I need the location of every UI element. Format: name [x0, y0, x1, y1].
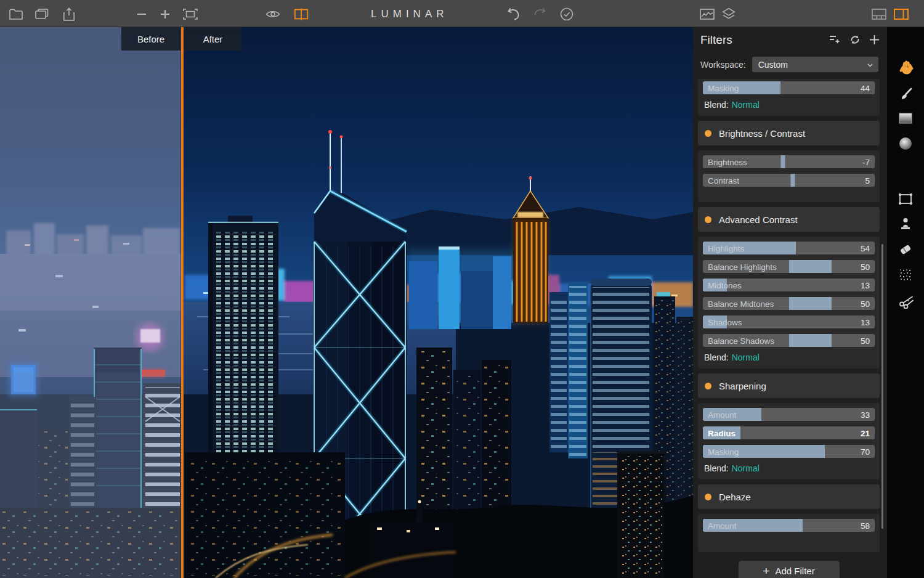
layers-icon[interactable] [721, 6, 737, 22]
filter-section-body: Highlights54Balance Highlights50Midtones… [698, 237, 880, 368]
zoom-in-icon[interactable] [157, 6, 173, 22]
slider-amount[interactable]: Amount33 [703, 408, 875, 421]
filter-section-body: Amount33Radius21Masking70Blend:Normal [698, 403, 880, 479]
add-filter-label: Add Filter [775, 566, 814, 576]
blend-label: Blend: [704, 100, 729, 110]
filters-panel: Filters Workspace: Custom Masking44Blend… [693, 27, 887, 578]
slider-radius[interactable]: Radius21 [703, 426, 875, 439]
blend-value: Normal [732, 100, 760, 110]
panel-scrollbar[interactable] [881, 244, 883, 529]
side-panel-icon[interactable] [893, 6, 909, 22]
blend-label: Blend: [704, 352, 729, 362]
bottom-panel-icon[interactable] [871, 6, 887, 22]
eraser-tool-icon[interactable] [896, 240, 915, 259]
after-label: After [184, 27, 241, 51]
clone-stamp-tool-icon[interactable] [896, 215, 915, 234]
blend-row[interactable]: Blend:Normal [704, 352, 875, 362]
filter-section-header[interactable]: Sharpening [698, 373, 880, 398]
hand-tool-icon[interactable] [896, 58, 915, 76]
slider-midtones[interactable]: Midtones13 [703, 279, 875, 291]
slider-balance-shadows[interactable]: Balance Shadows50 [703, 334, 875, 347]
workspace-dropdown[interactable]: Custom [752, 57, 878, 72]
redo-icon[interactable] [532, 6, 548, 22]
slider-label: Masking [708, 83, 739, 92]
slider-label: Brightness [708, 157, 747, 166]
workspace-value: Custom [758, 60, 788, 70]
before-haze-overlay [0, 27, 182, 578]
app-title: LUMINAR [371, 8, 448, 20]
slider-amount[interactable]: Amount58 [703, 519, 875, 532]
add-preset-list-icon[interactable] [829, 35, 841, 47]
slider-contrast[interactable]: Contrast5 [703, 174, 875, 187]
filter-section-header[interactable]: Dehaze [698, 484, 880, 509]
workspace-label: Workspace: [700, 60, 746, 70]
export-share-icon[interactable] [61, 6, 77, 22]
slider-label: Balance Highlights [708, 262, 777, 271]
filter-section-title: Dehaze [719, 492, 751, 502]
slider-label: Shadows [708, 317, 742, 327]
quick-preview-eye-icon[interactable] [265, 6, 281, 22]
slider-value: 13 [861, 317, 870, 327]
slider-label: Balance Midtones [708, 299, 774, 308]
sync-filters-icon[interactable] [849, 35, 861, 47]
compare-split-icon[interactable] [293, 6, 309, 22]
slider-value: 13 [861, 280, 870, 290]
slider-masking[interactable]: Masking70 [703, 445, 875, 458]
denoise-tool-icon[interactable] [896, 266, 915, 284]
blend-row[interactable]: Blend:Normal [704, 463, 875, 473]
undo-icon[interactable] [505, 6, 521, 22]
luminar-app: LUMINAR [0, 0, 924, 578]
gradient-mask-tool-icon[interactable] [896, 109, 915, 128]
radial-mask-tool-icon[interactable] [896, 134, 915, 153]
filter-section-body: Amount58 [698, 514, 880, 552]
add-filter-plus-icon[interactable] [869, 35, 880, 47]
history-check-icon[interactable] [559, 6, 575, 22]
slider-label: Midtones [708, 280, 742, 290]
slider-label: Masking [708, 447, 739, 456]
filter-enabled-dot[interactable] [705, 494, 711, 500]
photo-canvas[interactable]: Before After [0, 27, 693, 578]
compare-divider-handle[interactable] [181, 27, 184, 578]
add-filter-button[interactable]: +Add Filter [739, 561, 840, 578]
slider-label: Amount [708, 410, 737, 419]
histogram-icon[interactable] [699, 6, 715, 22]
slider-label: Highlights [708, 243, 744, 253]
slider-shadows[interactable]: Shadows13 [703, 315, 875, 328]
cityscape-photo [0, 27, 693, 578]
filter-cards: Masking44Blend:NormalBrightness / Contra… [698, 79, 880, 578]
topbar: LUMINAR [0, 0, 924, 27]
filter-section-header[interactable]: Brightness / Contrast [698, 121, 880, 145]
slider-value: 5 [865, 176, 870, 185]
slider-balance-highlights[interactable]: Balance Highlights50 [703, 260, 875, 273]
blend-label: Blend: [704, 463, 729, 473]
slider-value: 50 [861, 299, 870, 308]
zoom-out-icon[interactable] [134, 6, 150, 22]
slider-value: 50 [861, 336, 870, 345]
browse-images-icon[interactable] [34, 6, 50, 22]
plus-icon: + [763, 565, 769, 577]
crop-scissors-tool-icon[interactable] [896, 291, 915, 309]
slider-masking[interactable]: Masking44 [703, 81, 875, 94]
filter-section-header[interactable]: Advanced Contrast [698, 207, 880, 232]
transform-tool-icon[interactable] [896, 190, 915, 208]
filter-enabled-dot[interactable] [705, 130, 711, 137]
open-folder-icon[interactable] [8, 6, 24, 22]
fit-screen-icon[interactable] [182, 6, 198, 22]
slider-value: 50 [861, 262, 870, 271]
blend-value: Normal [732, 463, 760, 473]
slider-value: 33 [861, 410, 870, 419]
filter-enabled-dot[interactable] [705, 383, 711, 389]
slider-value: 21 [861, 428, 870, 438]
workspace-row: Workspace: Custom [700, 57, 878, 72]
filters-title: Filters [700, 33, 732, 46]
filter-enabled-dot[interactable] [705, 216, 711, 223]
blend-row[interactable]: Blend:Normal [704, 100, 875, 110]
filters-header: Filters [693, 27, 887, 52]
slider-highlights[interactable]: Highlights54 [703, 242, 875, 254]
brush-tool-icon[interactable] [896, 86, 915, 104]
slider-label: Amount [708, 521, 737, 530]
slider-value: 70 [861, 447, 870, 456]
slider-brightness[interactable]: Brightness-7 [703, 155, 875, 168]
slider-balance-midtones[interactable]: Balance Midtones50 [703, 297, 875, 310]
slider-value: 58 [861, 521, 870, 530]
